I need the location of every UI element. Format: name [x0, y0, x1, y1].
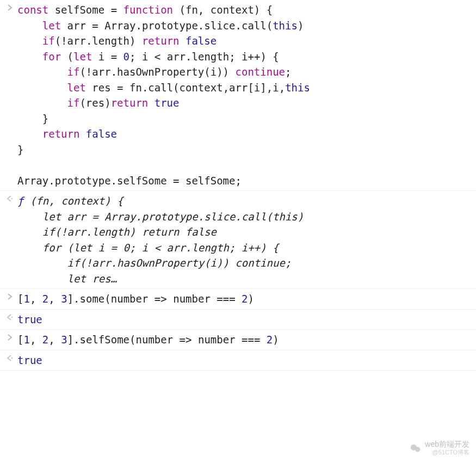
token-bl: true	[154, 97, 180, 109]
gutter	[2, 353, 17, 362]
token-pl: .	[236, 20, 242, 32]
token-sp	[17, 20, 42, 32]
token-pl: ,	[30, 293, 36, 305]
token-pl: .	[198, 20, 204, 32]
token-pl: selfSome	[80, 334, 130, 346]
token-kw: let	[73, 51, 92, 63]
token-op: =	[92, 20, 98, 32]
token-sp	[204, 4, 210, 16]
code-body[interactable]: ƒ (fn, context) { let arr = Array.protot…	[17, 193, 473, 286]
token-pl: (	[104, 293, 110, 305]
token-pl: prototype	[142, 20, 198, 32]
token-pl: length	[192, 51, 230, 63]
token-pl: i	[242, 51, 248, 63]
token-pl: {	[267, 4, 273, 16]
watermark: web前端开发 @51CTO博客	[410, 440, 469, 457]
token-op: =	[111, 4, 117, 16]
token-it: if(!arr.length) return false	[42, 226, 217, 238]
token-pl: arr	[167, 51, 186, 63]
token-pl: i	[273, 82, 279, 94]
token-pl: fn	[186, 4, 198, 16]
prompt-icon	[6, 293, 14, 300]
token-pl: ;	[229, 51, 235, 63]
token-sp	[111, 195, 117, 207]
token-sp	[179, 175, 185, 187]
token-pl: )	[260, 51, 266, 63]
token-kw: return	[142, 35, 180, 47]
token-sp	[104, 51, 110, 63]
token-sp	[55, 195, 61, 207]
token-pl: arr	[67, 35, 86, 47]
code-body[interactable]: true	[17, 353, 473, 368]
token-sp	[236, 51, 242, 63]
token-sp	[136, 51, 142, 63]
token-pl: length	[92, 35, 129, 47]
token-sp	[17, 113, 42, 125]
token-bl: 3	[61, 293, 67, 305]
token-bl: 2	[42, 334, 48, 346]
token-pl: .	[142, 82, 148, 94]
token-pl: [	[17, 334, 23, 346]
token-pl: number	[136, 334, 174, 346]
token-pl: (	[267, 20, 273, 32]
token-sp	[260, 4, 266, 16]
token-pl: (	[79, 97, 85, 109]
token-pl: slice	[204, 20, 235, 32]
token-pl: .	[186, 51, 191, 63]
svg-point-4	[415, 447, 420, 452]
token-pl: res	[92, 82, 110, 94]
gutter	[2, 2, 17, 11]
token-it: )	[104, 195, 110, 207]
token-op: <	[154, 51, 160, 63]
token-it: (	[30, 195, 36, 207]
token-sp	[17, 226, 42, 238]
token-pl: context	[211, 4, 254, 16]
token-sp	[167, 175, 173, 187]
token-pl: ;	[235, 175, 241, 187]
token-pl: (	[204, 66, 210, 78]
token-pl: (	[55, 35, 61, 47]
token-op: =>	[180, 334, 192, 346]
token-pl: ,	[30, 334, 36, 346]
token-pl: .	[73, 293, 79, 305]
token-sp	[123, 82, 129, 94]
result-icon	[6, 354, 14, 362]
wechat-icon	[410, 442, 422, 454]
gutter	[2, 312, 17, 321]
token-it: let res…	[67, 273, 118, 285]
prompt-icon	[6, 334, 14, 341]
token-op: =>	[154, 293, 167, 305]
svg-point-1	[11, 316, 13, 317]
token-sp	[117, 4, 123, 16]
token-bl: 1	[23, 293, 29, 305]
token-pl: ,	[267, 82, 273, 94]
token-bl: 2	[267, 334, 273, 346]
token-pl: some	[80, 293, 105, 305]
token-pl: )	[254, 4, 260, 16]
token-sp	[55, 334, 61, 346]
code-body[interactable]: const selfSome = function (fn, context) …	[17, 2, 473, 188]
token-pl: ]	[67, 293, 73, 305]
token-pl: ;	[285, 66, 291, 78]
token-bl: this	[273, 20, 298, 32]
token-sp	[211, 293, 217, 305]
code-body[interactable]: [1, 2, 3].some(number => number === 2)	[17, 291, 473, 307]
token-pl: ]	[260, 82, 266, 94]
token-bl: 2	[42, 293, 48, 305]
code-body[interactable]: true	[17, 312, 473, 328]
code-body[interactable]: [1, 2, 3].selfSome(number => number === …	[17, 332, 473, 348]
token-kw: if	[67, 97, 80, 109]
token-sp	[36, 334, 42, 346]
token-pl: arr	[67, 20, 86, 32]
token-op: !	[61, 35, 67, 47]
token-sp	[86, 82, 92, 94]
token-sp	[236, 334, 242, 346]
svg-point-0	[11, 198, 13, 199]
token-pl: call	[148, 82, 173, 94]
token-sp	[48, 4, 54, 16]
token-sp	[135, 35, 141, 47]
console-input-entry: [1, 2, 3].some(number => number === 2)	[0, 289, 476, 310]
token-pl: selfSome	[55, 4, 105, 16]
token-it: for (let i = 0; i < arr.length; i++) {	[42, 242, 279, 254]
token-pl: selfSome	[186, 175, 236, 187]
